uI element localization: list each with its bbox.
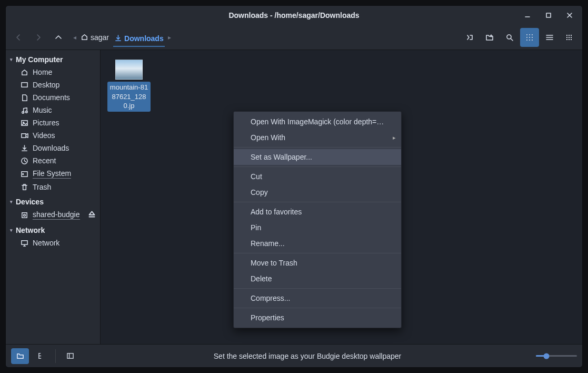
- chevron-right-icon[interactable]: ▸: [168, 34, 171, 41]
- chevron-left-icon[interactable]: ◂: [73, 34, 76, 41]
- menu-separator: [234, 253, 401, 253]
- menu-separator: [234, 147, 401, 148]
- toolbar: ◂ sagar Downloads ▸: [6, 25, 582, 50]
- sidebar-section-network[interactable]: ▾ Network: [6, 224, 100, 237]
- sidebar-item-trash[interactable]: Trash: [6, 181, 100, 193]
- menu-separator: [234, 308, 401, 308]
- menu-open-with[interactable]: Open With ▸: [234, 130, 401, 145]
- file-item-mountain[interactable]: mountain-8187621_1280.jp: [107, 60, 151, 112]
- sidebar-section-devices[interactable]: ▾ Devices: [6, 195, 100, 208]
- breadcrumb: ◂ sagar Downloads ▸: [73, 31, 171, 44]
- svg-point-9: [529, 34, 530, 35]
- breadcrumb-home-label: sagar: [91, 33, 109, 42]
- show-tree-button[interactable]: [32, 348, 50, 364]
- svg-rect-43: [22, 240, 27, 244]
- svg-point-31: [25, 111, 27, 113]
- sidebar-item-network[interactable]: Network: [6, 237, 100, 249]
- svg-point-15: [529, 40, 530, 41]
- svg-rect-25: [571, 37, 572, 38]
- menu-move-to-trash[interactable]: Move to Trash: [234, 255, 401, 271]
- zoom-slider[interactable]: [536, 351, 577, 361]
- breadcrumb-current[interactable]: Downloads: [113, 32, 165, 47]
- svg-point-16: [532, 40, 533, 41]
- chevron-down-icon: ▾: [10, 57, 13, 62]
- sidebar-item-downloads[interactable]: Downloads: [6, 142, 100, 154]
- menu-cut[interactable]: Cut: [234, 169, 401, 184]
- svg-rect-34: [22, 133, 26, 138]
- sidebar-item-videos[interactable]: Videos: [6, 129, 100, 142]
- svg-point-8: [526, 34, 527, 35]
- sidebar-item-music[interactable]: Music: [6, 104, 100, 116]
- up-button[interactable]: [49, 28, 68, 47]
- svg-rect-20: [566, 35, 567, 36]
- chevron-right-icon: ▸: [393, 134, 396, 141]
- svg-rect-21: [569, 35, 570, 36]
- menu-copy[interactable]: Copy: [234, 184, 401, 200]
- menu-pin[interactable]: Pin: [234, 220, 401, 235]
- image-thumbnail-icon: [115, 60, 143, 80]
- file-label: mountain-8187621_1280.jp: [107, 82, 151, 112]
- svg-rect-24: [569, 37, 570, 38]
- menu-properties[interactable]: Properties: [234, 310, 401, 326]
- menu-set-as-wallpaper[interactable]: Set as Wallpaper...: [234, 149, 401, 165]
- toggle-sidebar-button[interactable]: [61, 348, 79, 364]
- back-button[interactable]: [9, 28, 28, 47]
- toggle-location-button[interactable]: [460, 28, 479, 47]
- window-controls: [517, 6, 580, 25]
- breadcrumb-home[interactable]: sagar: [79, 31, 110, 44]
- sidebar-item-file-system[interactable]: File System: [6, 167, 100, 181]
- menu-open-with-imagemagick[interactable]: Open With ImageMagick (color depth=…: [234, 114, 401, 130]
- context-menu: Open With ImageMagick (color depth=… Ope…: [233, 111, 402, 328]
- svg-rect-29: [22, 82, 27, 86]
- svg-point-30: [22, 111, 24, 113]
- list-view-button[interactable]: [540, 28, 559, 47]
- close-button[interactable]: [559, 6, 580, 25]
- svg-marker-41: [89, 212, 95, 215]
- icon-view-button[interactable]: [520, 28, 539, 47]
- file-grid: mountain-8187621_1280.jp: [101, 50, 582, 121]
- new-folder-button[interactable]: [480, 28, 499, 47]
- menu-delete[interactable]: Delete: [234, 271, 401, 287]
- minimize-button[interactable]: [517, 6, 538, 25]
- svg-rect-46: [67, 354, 73, 358]
- forward-button[interactable]: [29, 28, 48, 47]
- sidebar-item-home[interactable]: Home: [6, 66, 100, 78]
- sidebar-item-desktop[interactable]: Desktop: [6, 78, 100, 91]
- statusbar: Set the selected image as your Budgie de…: [6, 344, 582, 367]
- menu-add-to-favorites[interactable]: Add to favorites: [234, 204, 401, 220]
- search-button[interactable]: [500, 28, 519, 47]
- sidebar: ▾ My Computer Home Desktop Documents: [6, 50, 101, 344]
- compact-view-button[interactable]: [560, 28, 579, 47]
- titlebar: Downloads - /home/sagar/Downloads: [6, 6, 582, 25]
- menu-compress[interactable]: Compress...: [234, 290, 401, 306]
- svg-rect-22: [571, 35, 572, 36]
- sidebar-item-documents[interactable]: Documents: [6, 91, 100, 104]
- eject-icon[interactable]: [88, 210, 96, 220]
- status-text: Set the selected image as your Budgie de…: [82, 352, 533, 360]
- sidebar-section-my-computer[interactable]: ▾ My Computer: [6, 53, 100, 66]
- menu-separator: [234, 202, 401, 202]
- sidebar-item-pictures[interactable]: Pictures: [6, 116, 100, 129]
- body: ▾ My Computer Home Desktop Documents: [6, 50, 582, 344]
- content-area[interactable]: mountain-8187621_1280.jp Open With Image…: [101, 50, 582, 344]
- separator: [55, 349, 56, 363]
- breadcrumb-current-label: Downloads: [124, 34, 164, 43]
- window-title: Downloads - /home/sagar/Downloads: [228, 11, 359, 19]
- menu-rename[interactable]: Rename...: [234, 235, 401, 251]
- chevron-down-icon: ▾: [10, 228, 13, 233]
- show-places-button[interactable]: [11, 348, 29, 364]
- svg-point-13: [532, 37, 533, 38]
- svg-rect-39: [22, 212, 27, 217]
- svg-point-14: [526, 40, 527, 41]
- maximize-button[interactable]: [538, 6, 559, 25]
- svg-rect-28: [571, 39, 572, 40]
- sidebar-item-recent[interactable]: Recent: [6, 154, 100, 167]
- svg-point-10: [532, 34, 533, 35]
- sidebar-item-shared-budgie[interactable]: shared-budgie: [6, 208, 100, 222]
- menu-separator: [234, 166, 401, 167]
- menu-separator: [234, 288, 401, 289]
- svg-rect-27: [569, 39, 570, 40]
- svg-rect-23: [566, 37, 567, 38]
- svg-rect-1: [546, 13, 551, 17]
- svg-rect-26: [566, 39, 567, 40]
